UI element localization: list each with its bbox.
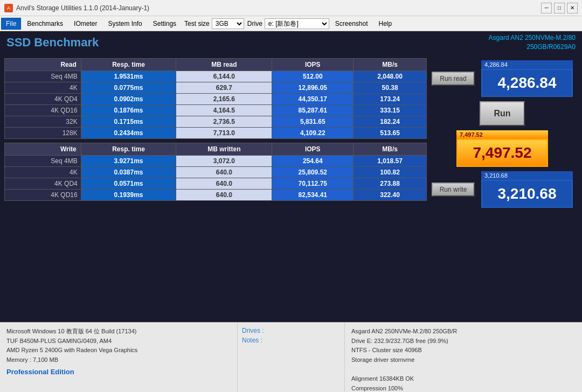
footer-drive-line6: Alignment 16384KB OK [351,374,576,384]
cell-iops: 44,350.17 [272,94,354,105]
row-label: 4K [5,167,81,178]
title-bar: A Anvil's Storage Utilities 1.1.0 (2014-… [0,0,582,16]
cell-mbs: 273.88 [354,178,427,190]
read-col-mb: MB read [176,59,272,71]
run-read-row: Run read 4,286.84 4,286.84 [429,60,576,97]
cell-iops: 4,109.22 [272,128,354,139]
footer-drive-line1: Asgard AN2 250NVMe-M.2/80 250GB/R [351,327,576,337]
menu-iometer[interactable]: IOmeter [69,18,102,30]
spacer [5,139,427,143]
main-content: Read Resp. time MB read IOPS MB/s Seq 4M… [0,54,582,322]
write-score-top: 3,210.68 [481,171,573,180]
run-write-row: Run write 3,210.68 3,210.68 [429,171,576,208]
total-score-display: 7,497.52 7,497.52 [456,130,548,167]
cell-mbs: 50.38 [354,82,427,94]
cell-iops: 512.00 [272,71,354,82]
run-button[interactable]: Run [480,101,524,126]
read-col-mbs: MB/s [354,59,427,71]
write-header-row: Write Resp. time MB written IOPS MB/s [5,143,427,156]
read-col-resp: Resp. time [81,59,176,71]
footer-sys-line3: AMD Ryzen 5 2400G with Radeon Vega Graph… [6,346,231,355]
cell-mb: 640.0 [176,167,272,178]
table-row: 4K QD4 0.0571ms 640.0 70,112.75 273.88 [5,178,427,190]
drive-group: Drive e: [新加卷] [247,18,329,29]
test-size-label: Test size [184,20,210,27]
write-score-value: 3,210.68 [481,180,573,208]
cell-resp: 0.1939ms [81,190,176,201]
cell-mbs: 333.15 [354,105,427,116]
close-button[interactable]: ✕ [567,3,578,13]
menu-bar: File Benchmarks IOmeter System Info Sett… [0,16,582,31]
test-size-select[interactable]: 256MB 1GB 2GB 3GB 4GB 8GB [212,18,244,29]
footer-mid: Drives : Notes : [237,323,345,392]
write-score-display: 3,210.68 3,210.68 [481,171,573,208]
right-panel: Run read 4,286.84 4,286.84 Run 7,497.52 … [427,58,578,318]
footer-sys-line1: Microsoft Windows 10 教育版 64 位 Build (171… [6,327,231,337]
notes-label: Notes : [242,337,340,344]
read-score-value: 4,286.84 [481,69,573,97]
menu-benchmarks[interactable]: Benchmarks [22,18,68,30]
test-size-group: Test size 256MB 1GB 2GB 3GB 4GB 8GB [184,18,244,29]
maximize-button[interactable]: □ [554,3,565,13]
drive-info-line2: 250GB/R0629A0 [489,43,576,52]
cell-mb: 2,736.5 [176,116,272,128]
table-row: Seq 4MB 1.9531ms 6,144.0 512.00 2,048.00 [5,71,427,82]
window-title: Anvil's Storage Utilities 1.1.0 (2014-Ja… [16,4,541,12]
cell-resp: 0.2434ms [81,128,176,139]
menu-settings[interactable]: Settings [148,18,181,30]
cell-mbs: 2,048.00 [354,71,427,82]
minimize-button[interactable]: ─ [541,3,552,13]
drive-label: Drive [247,20,262,27]
cell-mb: 3,072.0 [176,156,272,167]
drive-info: Asgard AN2 250NVMe-M.2/80 250GB/R0629A0 [489,33,576,52]
cell-mbs: 1,018.57 [354,156,427,167]
write-col-label: Write [5,143,81,156]
cell-mbs: 182.24 [354,116,427,128]
cell-iops: 70,112.75 [272,178,354,190]
table-row: 4K 0.0387ms 640.0 25,809.52 100.82 [5,167,427,178]
footer-left: Microsoft Windows 10 教育版 64 位 Build (171… [0,323,237,392]
drive-select[interactable]: e: [新加卷] [265,18,329,29]
run-write-button[interactable]: Run write [432,183,475,197]
footer-drive-line7: Compression 100% [351,384,576,392]
cell-mb: 7,713.0 [176,128,272,139]
read-header-row: Read Resp. time MB read IOPS MB/s [5,59,427,71]
table-row: Seq 4MB 3.9271ms 3,072.0 254.64 1,018.57 [5,156,427,167]
run-read-button[interactable]: Run read [432,72,475,86]
drive-info-line1: Asgard AN2 250NVMe-M.2/80 [489,33,576,43]
app-header: SSD Benchmark Asgard AN2 250NVMe-M.2/80 … [0,31,582,54]
pro-edition-label: Professional Edition [6,367,231,378]
table-row: 4K 0.0775ms 629.7 12,896.05 50.38 [5,82,427,94]
drives-label: Drives : [242,327,340,334]
footer-sys-line4: Memory : 7,100 MB [6,355,231,365]
write-col-mb: MB written [176,143,272,156]
footer-drive-line2: Drive E: 232.9/232.7GB free (99.9%) [351,337,576,346]
row-label: 4K QD4 [5,178,81,190]
cell-resp: 3.9271ms [81,156,176,167]
footer-drive-line3: NTFS - Cluster size 4096B [351,346,576,355]
row-label: 4K QD4 [5,94,81,105]
total-score-value: 7,497.52 [456,139,548,167]
menu-screenshot[interactable]: Screenshot [330,18,373,30]
read-col-iops: IOPS [272,59,354,71]
benchmark-table: Read Resp. time MB read IOPS MB/s Seq 4M… [4,58,427,318]
cell-mbs: 100.82 [354,167,427,178]
row-label: Seq 4MB [5,156,81,167]
total-score-top: 7,497.52 [456,130,548,139]
menu-file[interactable]: File [1,18,21,30]
menu-system-info[interactable]: System Info [103,18,147,30]
row-label: 4K [5,82,81,94]
cell-iops: 12,896.05 [272,82,354,94]
footer: Microsoft Windows 10 教育版 64 位 Build (171… [0,322,582,392]
read-col-label: Read [5,59,81,71]
ssd-title: SSD Benchmark [6,36,99,50]
menu-help[interactable]: Help [374,18,397,30]
table-row: 128K 0.2434ms 7,713.0 4,109.22 513.65 [5,128,427,139]
cell-mb: 2,165.6 [176,94,272,105]
cell-iops: 85,287.61 [272,105,354,116]
row-label: Seq 4MB [5,71,81,82]
write-col-resp: Resp. time [81,143,176,156]
row-label: 128K [5,128,81,139]
cell-mbs: 173.24 [354,94,427,105]
footer-right: Asgard AN2 250NVMe-M.2/80 250GB/R Drive … [345,323,582,392]
